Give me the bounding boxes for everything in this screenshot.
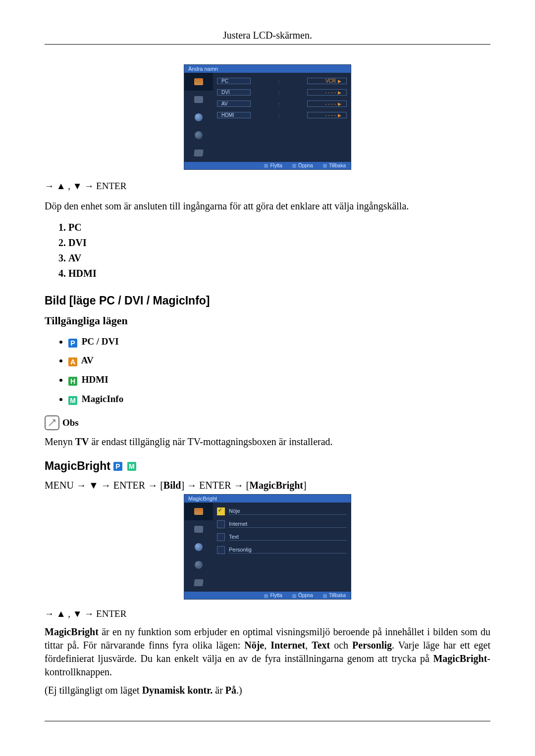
osd-row: HDMI : - - - -▶	[217, 112, 347, 118]
doc-icon	[194, 579, 203, 586]
osd-magicbright: MagicBright Nöje Internet Text Personlig	[184, 494, 351, 600]
option-label: Personlig	[229, 547, 347, 554]
osd-val-text: - - - -	[325, 101, 336, 106]
osd-foot-move: Flytta	[264, 163, 282, 168]
osd-option: Nöje	[217, 507, 347, 515]
osd-footer: Flytta Öppna Tillbaka	[184, 592, 351, 599]
document-page: Justera LCD-skärmen. Ändra namn PC : VCR…	[0, 0, 535, 756]
text: (Ej tillgängligt om läget	[45, 685, 142, 696]
osd-side-icon	[184, 538, 213, 556]
sound-icon	[194, 96, 203, 103]
osd-side-icon	[184, 556, 213, 574]
obs-line: Obs	[45, 415, 490, 430]
osd-val-text: VCR	[325, 78, 336, 84]
osd-side-nav	[184, 503, 213, 592]
input-item: PC	[68, 220, 490, 235]
osd-options: Nöje Internet Text Personlig	[213, 503, 351, 592]
m-badge-icon: M	[127, 462, 136, 471]
input-item: HDMI	[68, 266, 490, 281]
osd-row: DVI : - - - -▶	[217, 89, 347, 96]
input-list: PC DVI AV HDMI	[45, 220, 490, 281]
nav-line: → ▲ , ▼ → ENTER	[45, 180, 490, 193]
text: är	[213, 685, 225, 696]
checkbox-icon	[217, 533, 225, 541]
mode-list: P PC / DVI A AV H HDMI M MagicInfo	[45, 332, 490, 409]
footer-rule	[45, 721, 490, 721]
note-icon	[45, 415, 59, 430]
osd-rename-title: Ändra namn	[184, 65, 351, 73]
body-text: → ▲ , ▼ → ENTER Döp den enhet som är ans…	[45, 180, 490, 213]
osd-mb-body: Nöje Internet Text Personlig	[184, 503, 351, 592]
right-tri-icon: ▶	[338, 101, 341, 106]
osd-row-value: - - - -▶	[307, 89, 347, 96]
mb-nav-path: MENU → ▼ → ENTER → [Bild] → ENTER → [Mag…	[45, 479, 490, 492]
osd-val-text: - - - -	[325, 90, 336, 95]
section-heading-magicbright: MagicBright P M	[45, 459, 490, 473]
osd-side-icon	[184, 503, 213, 520]
obs-text: Menyn TV är endast tillgänglig när TV-mo…	[45, 435, 490, 449]
option-label: Internet	[229, 521, 347, 528]
picture-icon	[194, 508, 203, 515]
input-item: DVI	[68, 235, 490, 251]
osd-option: Personlig	[217, 546, 347, 554]
osd-rename-wrap: Ändra namn PC : VCR▶ DVI	[45, 64, 490, 170]
osd-footer: Flytta Öppna Tillbaka	[184, 162, 351, 169]
bold-text: MagicBright	[45, 626, 99, 637]
osd-side-icon	[184, 91, 213, 108]
osd-row-sep: :	[254, 112, 304, 118]
page-title: Justera LCD-skärmen.	[45, 30, 490, 41]
setting-icon	[195, 561, 203, 569]
right-tri-icon: ▶	[338, 113, 341, 118]
doc-icon	[194, 150, 203, 156]
obs-label: Obs	[62, 417, 79, 428]
osd-option: Text	[217, 533, 347, 541]
setting-icon	[195, 543, 203, 551]
osd-row-label: HDMI	[217, 112, 251, 118]
section-heading-bild: Bild [läge PC / DVI / MagicInfo]	[45, 294, 490, 307]
bold-text: MagicBright	[433, 653, 487, 664]
input-item: AV	[68, 251, 490, 266]
osd-side-icon	[184, 108, 213, 126]
nav-part: ENTER	[199, 480, 231, 491]
osd-foot-open: Öppna	[292, 163, 313, 168]
header-rule	[45, 44, 490, 45]
setting-icon	[195, 113, 203, 121]
osd-side-icon	[184, 126, 213, 144]
osd-row-label: DVI	[217, 89, 251, 96]
heading-text: MagicBright	[45, 459, 110, 473]
osd-row-sep: :	[254, 78, 304, 84]
p-badge-icon: P	[113, 462, 122, 471]
osd-foot-back: Tillbaka	[323, 593, 346, 598]
bold-text: Dynamisk kontr.	[142, 685, 213, 696]
mode-item: P PC / DVI	[68, 332, 490, 352]
checkbox-icon	[217, 546, 225, 554]
bold-text: Internet	[270, 640, 305, 651]
modes-heading: Tillgängliga lägen	[45, 314, 490, 327]
mode-label: PC / DVI	[82, 336, 119, 347]
option-label: Nöje	[229, 508, 347, 515]
nav-line-2: → ▲ , ▼ → ENTER	[45, 607, 490, 620]
text: .)	[236, 685, 242, 696]
osd-rename: Ändra namn PC : VCR▶ DVI	[184, 64, 351, 170]
mode-item: M MagicInfo	[68, 390, 490, 409]
picture-icon	[194, 78, 203, 85]
m-badge-icon: M	[68, 396, 77, 405]
check-icon	[217, 507, 225, 515]
osd-foot-open: Öppna	[292, 593, 313, 598]
osd-val-text: - - - -	[325, 112, 336, 118]
bold-text: TV	[75, 436, 89, 447]
osd-row-sep: :	[254, 101, 304, 107]
nav-part: MENU	[45, 480, 74, 491]
setting-icon	[195, 131, 203, 139]
osd-row-value: - - - -▶	[307, 101, 347, 107]
osd-row-value: - - - -▶	[307, 112, 347, 118]
osd-rows: PC : VCR▶ DVI : - - - -▶ AV : - - - -▶	[213, 73, 351, 162]
osd-magicbright-wrap: MagicBright Nöje Internet Text Personlig	[45, 494, 490, 600]
magicbright-note: (Ej tillgängligt om läget Dynamisk kontr…	[45, 684, 490, 697]
bold-text: På	[225, 685, 236, 696]
osd-row-value: VCR▶	[307, 78, 347, 84]
mode-label: MagicInfo	[82, 394, 123, 404]
bold-text: Personlig	[352, 640, 392, 651]
p-badge-icon: P	[68, 339, 77, 348]
nav-part-bold: MagicBright	[249, 480, 303, 491]
